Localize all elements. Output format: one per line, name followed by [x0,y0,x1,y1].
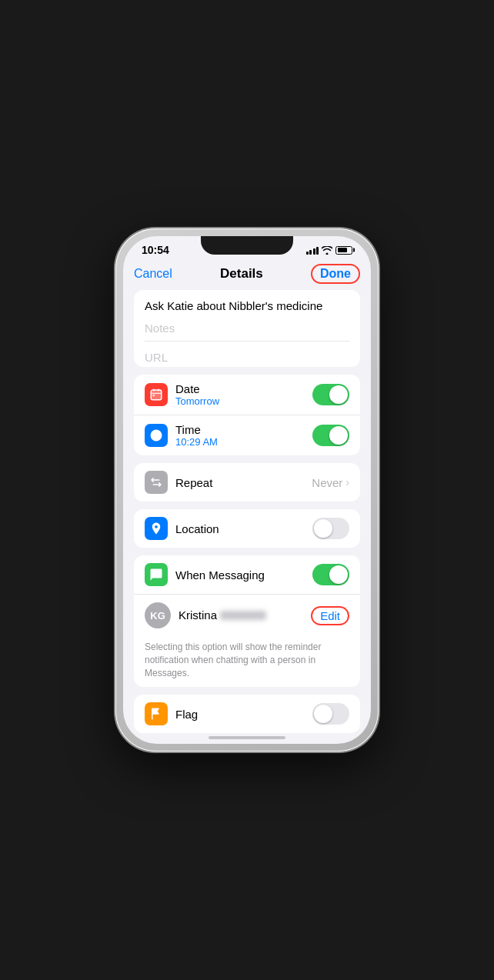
scroll-content[interactable]: Cancel Details Done Ask Katie about Nibb… [123,259,371,733]
edit-contact-button[interactable]: Edit [311,606,349,625]
toggle-knob [314,519,332,538]
repeat-right: Never › [312,476,349,489]
repeat-value: Never [312,476,342,489]
toggle-knob [329,385,348,404]
contact-last-name-blur [220,611,266,620]
flag-label: Flag [175,708,312,721]
svg-rect-3 [158,389,159,392]
divider [145,341,349,342]
flag-row[interactable]: Flag [134,695,360,733]
flag-card: Flag [134,695,360,733]
location-row[interactable]: Location [134,509,360,548]
status-icons [306,246,353,255]
date-label: Date [175,382,312,395]
date-icon [145,383,168,406]
messaging-subtext: Selecting this option will show the remi… [134,636,360,687]
cancel-button[interactable]: Cancel [134,267,172,281]
flag-content: Flag [175,708,312,721]
contact-avatar: KG [145,602,171,628]
location-icon [145,517,168,540]
title-card: Ask Katie about Nibbler's medicine Notes… [134,290,360,367]
phone-frame: 10:54 [115,228,379,752]
svg-rect-5 [153,395,155,396]
status-time: 10:54 [142,244,169,256]
date-row[interactable]: Date Tomorrow [134,375,360,415]
task-title[interactable]: Ask Katie about Nibbler's medicine [134,290,360,315]
repeat-icon [145,471,168,494]
time-row[interactable]: Time 10:29 AM [134,415,360,455]
messaging-label: When Messaging [175,568,312,582]
nav-bar: Cancel Details Done [134,259,360,290]
date-content: Date Tomorrow [175,382,312,407]
contact-content: Kristina [179,608,311,622]
repeat-chevron: › [345,476,349,488]
when-messaging-row[interactable]: When Messaging [134,555,360,594]
repeat-row[interactable]: Repeat Never › [134,463,360,502]
svg-rect-4 [151,393,162,394]
flag-icon [145,702,168,725]
battery-icon [335,246,352,255]
phone-screen: 10:54 [123,236,371,744]
home-indicator [209,736,285,739]
page-title: Details [220,266,263,282]
messaging-card: When Messaging KG Kristina E [134,555,360,687]
url-field[interactable]: URL [134,345,360,367]
notes-field[interactable]: Notes [134,315,360,338]
location-label: Location [175,522,312,535]
done-button[interactable]: Done [311,264,360,284]
time-toggle[interactable] [312,425,349,446]
wifi-icon [322,246,332,255]
location-card: Location [134,509,360,548]
repeat-label: Repeat [175,476,312,489]
contact-first-name: Kristina [179,608,217,622]
signal-icon [306,246,319,255]
time-icon [145,424,168,447]
date-time-card: Date Tomorrow Time 10:29 AM [134,375,360,455]
svg-rect-2 [153,389,155,392]
svg-rect-0 [151,390,162,400]
toggle-knob [329,565,348,584]
date-sublabel: Tomorrow [175,395,312,407]
repeat-content: Repeat [175,476,312,489]
messaging-content: When Messaging [175,568,312,582]
messaging-toggle[interactable] [312,564,349,585]
flag-toggle[interactable] [312,703,349,725]
repeat-card: Repeat Never › [134,463,360,502]
toggle-knob [329,426,348,445]
notch [201,236,293,255]
location-toggle[interactable] [312,518,349,539]
date-toggle[interactable] [312,384,349,405]
contact-name: Kristina [179,608,266,622]
time-sublabel: 10:29 AM [175,436,312,448]
contact-row[interactable]: KG Kristina Edit [134,594,360,636]
time-content: Time 10:29 AM [175,423,312,448]
time-label: Time [175,423,312,436]
messaging-icon [145,563,168,586]
location-content: Location [175,522,312,535]
toggle-knob [314,705,332,723]
